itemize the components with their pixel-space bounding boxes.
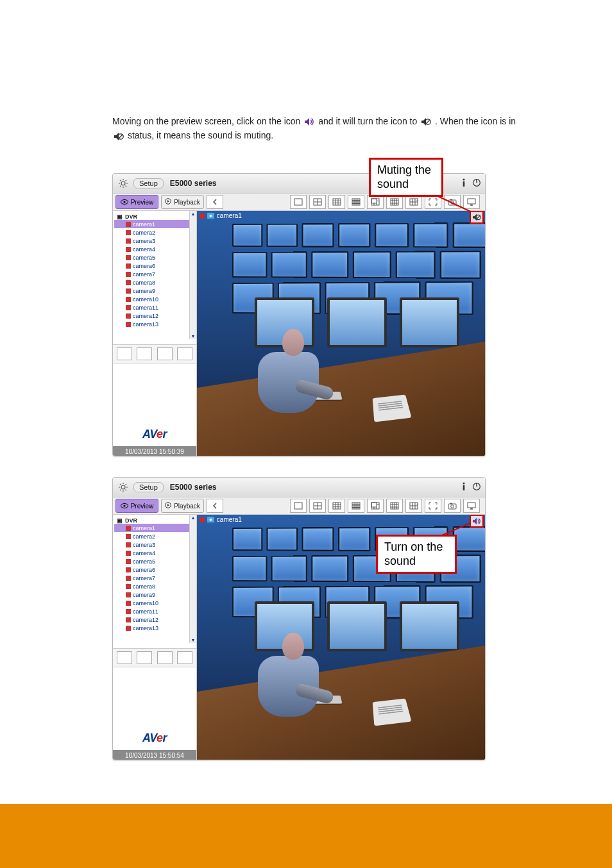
tab-playback[interactable]: Playback — [161, 499, 204, 513]
tree-scrollbar[interactable]: ▴▾ — [189, 515, 196, 643]
info-icon[interactable] — [461, 178, 467, 189]
tree-item[interactable]: camera13 — [114, 624, 195, 632]
tree-item[interactable]: camera1 — [114, 220, 195, 228]
scroll-up-icon[interactable]: ▴ — [192, 515, 194, 521]
tree-item[interactable]: camera12 — [114, 615, 195, 624]
tree-item[interactable]: camera3 — [114, 540, 195, 549]
tree-item[interactable]: camera10 — [114, 599, 195, 607]
control-room-render — [197, 211, 485, 456]
mode-bar: Preview Playback + — [113, 497, 485, 515]
camera-icon — [126, 238, 131, 244]
camera-tree[interactable]: ▣DVR camera1 camera2 camera3 camera4 cam… — [113, 211, 196, 344]
setup-label: Setup — [139, 179, 158, 187]
tree-item[interactable]: camera8 — [114, 278, 195, 287]
layout-1x1-icon[interactable] — [290, 195, 307, 209]
setup-button[interactable]: Setup — [133, 482, 164, 492]
tree-item[interactable]: camera11 — [114, 303, 195, 312]
tree-item[interactable]: camera3 — [114, 237, 195, 245]
svg-point-71 — [463, 483, 465, 485]
camera-viewport[interactable]: ● camera1 — [197, 211, 485, 456]
tree-item[interactable]: camera12 — [114, 312, 195, 320]
tree-item[interactable]: camera9 — [114, 287, 195, 295]
tab-preview[interactable]: Preview — [115, 499, 158, 513]
layout-3x3-icon[interactable] — [328, 195, 345, 209]
tree-item[interactable]: camera5 — [114, 253, 195, 262]
tree-item[interactable]: camera8 — [114, 582, 195, 590]
svg-point-13 — [463, 179, 465, 181]
layout-4x4-icon[interactable] — [348, 195, 364, 209]
tree-item[interactable]: camera5 — [114, 557, 195, 565]
layout-8-icon[interactable] — [386, 195, 403, 209]
scroll-down-icon[interactable]: ▾ — [192, 637, 194, 643]
snapshot-icon[interactable] — [444, 499, 461, 513]
svg-line-10 — [126, 186, 126, 187]
layout-grid-plus-icon[interactable]: + — [405, 499, 422, 513]
tree-scrollbar[interactable]: ▴▾ — [189, 211, 196, 339]
layout-6a-icon[interactable] — [367, 499, 384, 513]
camera-icon — [126, 534, 131, 539]
ptz-button[interactable] — [117, 347, 132, 360]
tree-item[interactable]: camera13 — [114, 320, 195, 328]
svg-line-3 — [119, 135, 123, 138]
layout-grid-plus-icon[interactable]: + — [405, 195, 422, 209]
tree-item[interactable]: camera2 — [114, 228, 195, 237]
annotation-mute: Muting the sound — [369, 158, 443, 197]
camera-icon — [126, 567, 131, 572]
monitor-icon[interactable] — [463, 195, 480, 209]
svg-rect-21 — [294, 199, 302, 205]
layout-1x1-icon[interactable] — [290, 499, 307, 513]
camera-icon — [126, 576, 131, 581]
camera-icon — [126, 609, 131, 614]
monitor-icon[interactable] — [463, 499, 480, 513]
record-button[interactable] — [177, 347, 192, 360]
tree-item[interactable]: camera10 — [114, 295, 195, 303]
tree-item[interactable]: camera11 — [114, 607, 195, 615]
scroll-down-icon[interactable]: ▾ — [192, 333, 194, 339]
gear-icon — [117, 481, 130, 494]
tree-item[interactable]: camera9 — [114, 590, 195, 599]
dvr-label: DVR — [125, 213, 137, 220]
tab-playback[interactable]: Playback — [161, 195, 204, 209]
layout-2x2-icon[interactable] — [309, 499, 326, 513]
para-4: status, it means the sound is muting. — [128, 130, 273, 140]
camera-icon — [126, 601, 131, 606]
fullscreen-icon[interactable] — [425, 195, 441, 209]
layout-3x3-icon[interactable] — [328, 499, 345, 513]
record-button[interactable] — [177, 651, 192, 664]
tab-preview[interactable]: Preview — [115, 195, 158, 209]
tree-item[interactable]: camera4 — [114, 549, 195, 557]
tree-item[interactable]: camera1 — [114, 524, 195, 532]
tree-item[interactable]: camera2 — [114, 532, 195, 540]
power-icon[interactable] — [472, 482, 481, 493]
camera-tree[interactable]: ▣DVR camera1 camera2 camera3 camera4 cam… — [113, 515, 196, 648]
fullscreen-icon[interactable] — [425, 499, 441, 513]
layout-2x2-icon[interactable] — [309, 195, 326, 209]
alarm-button[interactable] — [157, 651, 173, 664]
svg-line-1 — [426, 120, 430, 124]
tree-item[interactable]: camera7 — [114, 270, 195, 278]
left-panel: ▣DVR camera1 camera2 camera3 camera4 cam… — [113, 515, 197, 760]
image-button[interactable] — [137, 651, 152, 664]
scroll-up-icon[interactable]: ▴ — [192, 211, 194, 217]
info-icon[interactable] — [461, 482, 467, 493]
turn-on-sound-button[interactable] — [470, 515, 484, 528]
power-icon[interactable] — [472, 178, 481, 189]
svg-rect-114 — [468, 503, 475, 508]
tree-item[interactable]: camera7 — [114, 574, 195, 582]
image-button[interactable] — [137, 347, 152, 360]
dvr-icon: ▣ — [117, 213, 123, 220]
alarm-button[interactable] — [157, 347, 173, 360]
layout-8-icon[interactable] — [386, 499, 403, 513]
layout-4x4-icon[interactable] — [348, 499, 364, 513]
snapshot-icon[interactable] — [444, 195, 461, 209]
mute-sound-button[interactable] — [470, 211, 484, 224]
collapse-toggle[interactable] — [207, 195, 223, 209]
tree-item[interactable]: camera6 — [114, 565, 195, 574]
tree-item[interactable]: camera6 — [114, 262, 195, 270]
camera-icon — [126, 297, 131, 302]
setup-button[interactable]: Setup — [133, 178, 164, 188]
collapse-toggle[interactable] — [207, 499, 223, 513]
ptz-button[interactable] — [117, 651, 132, 664]
layout-6a-icon[interactable] — [367, 195, 384, 209]
tree-item[interactable]: camera4 — [114, 245, 195, 253]
